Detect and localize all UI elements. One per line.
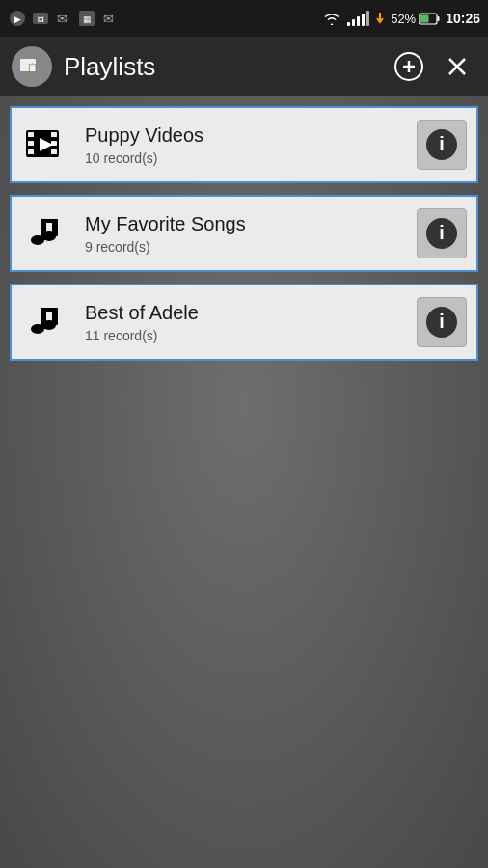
playlist-info: Best of Adele 11 record(s) xyxy=(85,302,403,343)
svg-text:✉: ✉ xyxy=(57,12,68,26)
status-bar-right: 52% 10:26 xyxy=(322,11,480,26)
svg-text:✉: ✉ xyxy=(103,12,114,26)
playlist-type-icon-video xyxy=(21,120,71,170)
playlist-name: Puppy Videos xyxy=(85,124,403,147)
playlist-item[interactable]: Best of Adele 11 record(s) i xyxy=(10,284,478,361)
svg-text:i: i xyxy=(439,311,445,332)
app-icon-3: ✉ xyxy=(54,9,73,28)
svg-text:i: i xyxy=(439,222,445,243)
svg-text:▦: ▦ xyxy=(83,14,92,24)
page-title: Playlists xyxy=(64,52,378,82)
signal-icon xyxy=(347,11,369,26)
playlist-record-count: 9 record(s) xyxy=(85,239,403,255)
svg-point-39 xyxy=(31,324,44,334)
svg-text:i: i xyxy=(439,133,445,154)
wifi-icon xyxy=(322,11,341,26)
svg-rect-9 xyxy=(438,16,440,21)
toolbar: 📋 Playlists xyxy=(0,37,488,96)
time-display: 10:26 xyxy=(446,11,480,26)
playlist-info: Puppy Videos 10 record(s) xyxy=(85,124,403,166)
playlist-type-icon-music xyxy=(21,297,71,347)
app-icon-1: ▶ xyxy=(8,9,27,28)
app-logo: 📋 xyxy=(12,46,52,87)
svg-text:🖼: 🖼 xyxy=(38,16,44,23)
content-area: Puppy Videos 10 record(s) i My Favorite … xyxy=(0,96,488,868)
playlist-type-icon-music xyxy=(21,208,71,258)
app-icon-4: ▦ xyxy=(77,9,96,28)
svg-rect-23 xyxy=(51,132,57,137)
app-icon-5: ✉ xyxy=(100,9,120,28)
svg-text:📋: 📋 xyxy=(27,62,39,73)
playlist-record-count: 10 record(s) xyxy=(85,150,403,166)
battery-indicator: 52% xyxy=(391,12,440,26)
svg-rect-21 xyxy=(28,141,34,146)
playlist-item[interactable]: My Favorite Songs 9 record(s) i xyxy=(10,195,478,272)
svg-rect-25 xyxy=(51,149,57,154)
svg-rect-10 xyxy=(420,14,429,22)
playlist-name: Best of Adele xyxy=(85,302,403,324)
playlist-record-count: 11 record(s) xyxy=(85,328,403,343)
add-playlist-button[interactable] xyxy=(390,47,428,86)
app-icon-2: 🖼 xyxy=(31,9,50,28)
playlist-info-button[interactable]: i xyxy=(417,120,467,170)
svg-text:▶: ▶ xyxy=(14,14,21,24)
svg-rect-20 xyxy=(28,132,34,137)
playlist-item[interactable]: Puppy Videos 10 record(s) i xyxy=(10,106,478,183)
svg-point-32 xyxy=(31,235,44,245)
playlist-info: My Favorite Songs 9 record(s) xyxy=(85,213,403,255)
svg-point-33 xyxy=(42,231,56,241)
playlist-info-button[interactable]: i xyxy=(417,208,467,258)
battery-percent: 52% xyxy=(391,12,416,26)
svg-point-40 xyxy=(42,320,56,330)
status-bar: ▶ 🖼 ✉ ▦ ✉ xyxy=(0,0,488,37)
toolbar-actions xyxy=(390,47,476,86)
status-bar-left: ▶ 🖼 ✉ ▦ ✉ xyxy=(8,9,120,28)
svg-rect-22 xyxy=(28,149,34,154)
download-icon xyxy=(375,11,385,26)
playlist-name: My Favorite Songs xyxy=(85,213,403,235)
close-button[interactable] xyxy=(438,47,476,86)
playlist-info-button[interactable]: i xyxy=(417,297,467,347)
